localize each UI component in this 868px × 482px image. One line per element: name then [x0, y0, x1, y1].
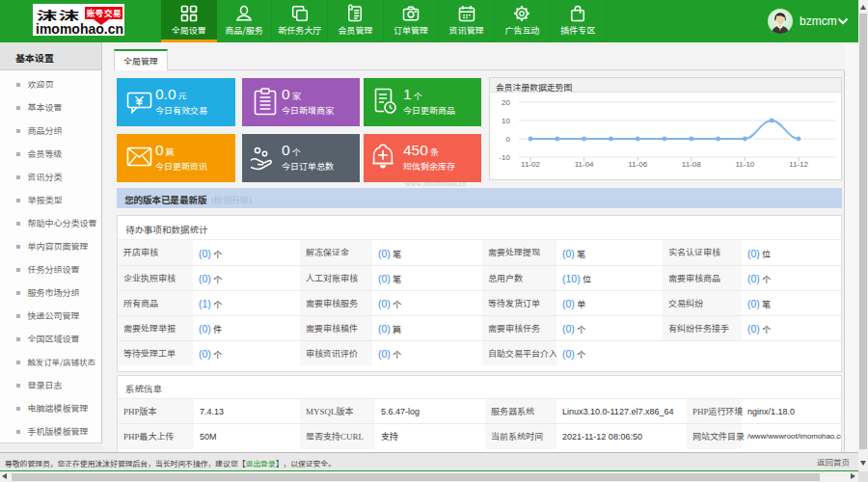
svg-text:11-04: 11-04 — [575, 160, 594, 169]
svg-text:20: 20 — [502, 98, 510, 107]
svg-text:11-12: 11-12 — [789, 160, 808, 169]
svg-text:11-10: 11-10 — [735, 160, 754, 169]
svg-text:-10: -10 — [499, 153, 510, 162]
svg-text:0: 0 — [506, 135, 511, 144]
svg-text:11-06: 11-06 — [628, 160, 647, 169]
svg-text:11-08: 11-08 — [682, 160, 701, 169]
svg-text:11-02: 11-02 — [521, 160, 540, 169]
svg-text:10: 10 — [502, 117, 510, 125]
